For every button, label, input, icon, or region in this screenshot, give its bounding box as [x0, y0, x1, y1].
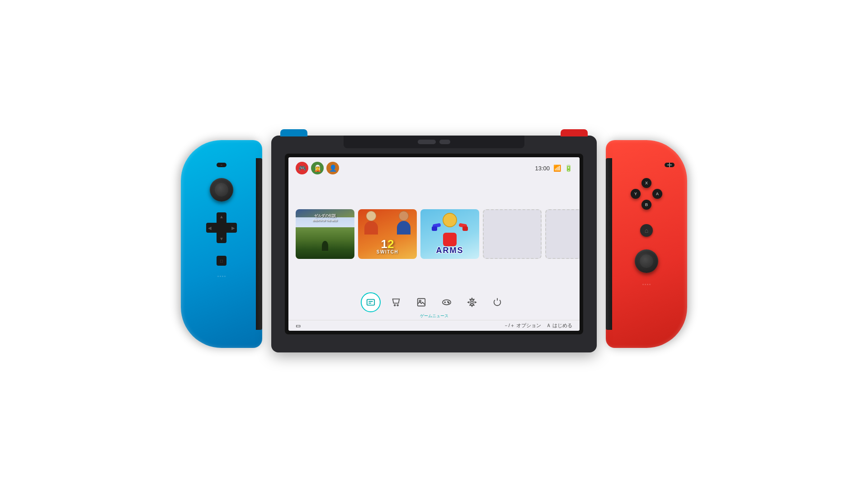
nav-icon-controller[interactable] [437, 292, 457, 312]
screen-icon: ▭ [296, 323, 301, 329]
game-card-empty-2[interactable] [545, 209, 580, 259]
dpad-up-icon: ▲ [219, 214, 224, 219]
dpad-right-icon: ▶ [231, 225, 235, 230]
zelda-title: ゼルダの伝説BREATH OF THE WILD [312, 212, 338, 225]
nav-icon-settings[interactable] [462, 292, 482, 312]
svg-point-7 [443, 300, 451, 305]
minus-button[interactable]: － [217, 163, 226, 167]
screenshot-icon: □ [220, 258, 223, 263]
face-buttons: X Y A B [631, 178, 662, 210]
avatar-mario[interactable]: 🎮 [296, 162, 308, 174]
svg-point-12 [471, 301, 473, 304]
game-list: ゼルダの伝説BREATH OF THE WILD [288, 177, 580, 291]
nav-icon-album[interactable] [411, 292, 431, 312]
console-body: 🎮 🧝 👤 13:00 📶 🔋 ゼルダの伝説BRE [271, 136, 597, 352]
plus-button[interactable] [665, 163, 675, 167]
wifi-icon: 📶 [553, 164, 561, 172]
screen-nav: ゲームニュース [288, 291, 580, 320]
game-card-switch[interactable]: 1 2 SWITCH [358, 209, 417, 259]
top-button-1 [418, 140, 436, 144]
screen: 🎮 🧝 👤 13:00 📶 🔋 ゼルダの伝説BRE [288, 157, 580, 331]
home-icon: ⌂ [645, 227, 648, 234]
svg-point-4 [397, 305, 398, 306]
top-strip [344, 136, 524, 148]
svg-point-11 [448, 302, 449, 303]
status-bar: 13:00 📶 🔋 [535, 164, 572, 172]
dpad-left-icon: ◀ [208, 225, 212, 230]
screen-bezel: 🎮 🧝 👤 13:00 📶 🔋 ゼルダの伝説BRE [285, 154, 583, 334]
right-rail [606, 158, 612, 330]
right-shoulder-button[interactable] [561, 129, 588, 136]
nav-icon-news[interactable] [361, 292, 381, 312]
avatar-link[interactable]: 🧝 [311, 162, 324, 174]
switch-number-2: 2 [387, 238, 394, 250]
footer-right: －/＋ オプション Ａ はじめる [504, 322, 572, 329]
switch-number-1: 1 [381, 238, 387, 250]
left-shoulder-button[interactable] [280, 129, 307, 136]
battery-icon: 🔋 [565, 164, 572, 172]
game-card-zelda[interactable]: ゼルダの伝説BREATH OF THE WILD [296, 209, 354, 259]
footer-left: ▭ [296, 323, 301, 329]
time-display: 13:00 [535, 165, 550, 172]
screenshot-button[interactable]: □ [217, 256, 226, 266]
nav-icon-power[interactable] [487, 292, 507, 312]
game-card-arms[interactable]: ARMS [420, 209, 479, 259]
dpad[interactable]: ▲ ▼ ◀ ▶ [206, 212, 237, 243]
top-button-2 [439, 140, 450, 144]
left-joycon: － ▲ ▼ ◀ ▶ □ [181, 140, 262, 348]
arms-logo-text: ARMS [436, 246, 464, 255]
y-button[interactable]: Y [631, 189, 641, 199]
left-rail [256, 158, 262, 330]
speaker-grille [217, 276, 226, 277]
screen-footer: ▭ －/＋ オプション Ａ はじめる [288, 320, 580, 331]
nav-icons [361, 292, 507, 312]
b-button[interactable]: B [642, 200, 651, 210]
nintendo-switch-console: － ▲ ▼ ◀ ▶ □ [185, 90, 683, 398]
dpad-down-icon: ▼ [219, 236, 224, 241]
nav-icon-shop[interactable] [386, 292, 406, 312]
left-joystick[interactable] [210, 178, 233, 202]
game-card-empty-1[interactable] [483, 209, 542, 259]
right-speaker [642, 284, 651, 285]
right-joystick[interactable] [635, 249, 658, 273]
plus-icon [666, 162, 673, 168]
svg-rect-0 [367, 300, 375, 305]
screen-header: 🎮 🧝 👤 13:00 📶 🔋 [288, 157, 580, 177]
nav-active-label: ゲームニュース [420, 313, 448, 319]
x-button[interactable]: X [642, 178, 651, 188]
right-joycon: X Y A B ⌂ [606, 140, 687, 348]
a-button[interactable]: A [652, 189, 662, 199]
avatar-samus[interactable]: 👤 [326, 162, 339, 174]
svg-point-3 [394, 305, 396, 306]
home-button[interactable]: ⌂ [640, 224, 653, 237]
user-avatars: 🎮 🧝 👤 [296, 162, 339, 174]
